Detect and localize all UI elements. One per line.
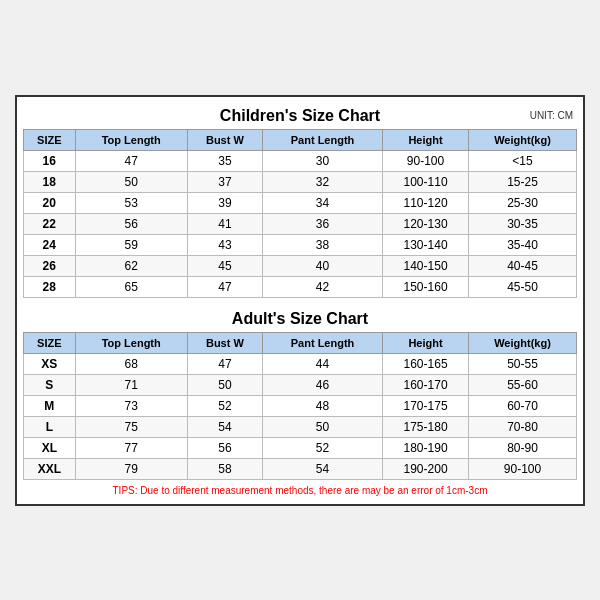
table-cell: 45-50 bbox=[469, 276, 577, 297]
table-cell: 130-140 bbox=[383, 234, 469, 255]
table-cell: 190-200 bbox=[383, 458, 469, 479]
table-row: XL775652180-19080-90 bbox=[24, 437, 577, 458]
table-row: XS684744160-16550-55 bbox=[24, 353, 577, 374]
table-cell: 35 bbox=[187, 150, 262, 171]
table-cell: 47 bbox=[75, 150, 187, 171]
table-cell: 20 bbox=[24, 192, 76, 213]
table-cell: 30 bbox=[262, 150, 382, 171]
table-cell: 52 bbox=[262, 437, 382, 458]
table-cell: XXL bbox=[24, 458, 76, 479]
table-cell: 68 bbox=[75, 353, 187, 374]
table-cell: 50 bbox=[262, 416, 382, 437]
table-cell: 50 bbox=[75, 171, 187, 192]
table-cell: 46 bbox=[262, 374, 382, 395]
table-cell: 54 bbox=[262, 458, 382, 479]
table-cell: 71 bbox=[75, 374, 187, 395]
tips-row: TIPS: Due to different measurement metho… bbox=[23, 480, 577, 498]
adults-title-row: Adult's Size Chart bbox=[23, 306, 577, 332]
table-cell: 42 bbox=[262, 276, 382, 297]
table-cell: 100-110 bbox=[383, 171, 469, 192]
table-cell: 36 bbox=[262, 213, 382, 234]
table-cell: M bbox=[24, 395, 76, 416]
table-cell: 120-130 bbox=[383, 213, 469, 234]
adults-header-row: SIZE Top Length Bust W Pant Length Heigh… bbox=[24, 332, 577, 353]
table-cell: S bbox=[24, 374, 76, 395]
table-cell: 170-175 bbox=[383, 395, 469, 416]
children-col-pant-length: Pant Length bbox=[262, 129, 382, 150]
table-cell: 45 bbox=[187, 255, 262, 276]
children-col-top-length: Top Length bbox=[75, 129, 187, 150]
table-row: 20533934110-12025-30 bbox=[24, 192, 577, 213]
adults-title: Adult's Size Chart bbox=[232, 310, 368, 328]
table-cell: 40 bbox=[262, 255, 382, 276]
children-title-row: Children's Size Chart UNIT: CM bbox=[23, 103, 577, 129]
table-cell: 54 bbox=[187, 416, 262, 437]
table-cell: 50-55 bbox=[469, 353, 577, 374]
table-cell: 43 bbox=[187, 234, 262, 255]
children-col-bust-w: Bust W bbox=[187, 129, 262, 150]
table-row: L755450175-18070-80 bbox=[24, 416, 577, 437]
table-cell: 80-90 bbox=[469, 437, 577, 458]
table-cell: 90-100 bbox=[383, 150, 469, 171]
adults-col-height: Height bbox=[383, 332, 469, 353]
table-cell: 34 bbox=[262, 192, 382, 213]
adults-col-bust-w: Bust W bbox=[187, 332, 262, 353]
table-cell: 58 bbox=[187, 458, 262, 479]
table-row: 28654742150-16045-50 bbox=[24, 276, 577, 297]
table-cell: 40-45 bbox=[469, 255, 577, 276]
table-row: 26624540140-15040-45 bbox=[24, 255, 577, 276]
table-cell: 79 bbox=[75, 458, 187, 479]
table-cell: 35-40 bbox=[469, 234, 577, 255]
children-col-height: Height bbox=[383, 129, 469, 150]
children-col-size: SIZE bbox=[24, 129, 76, 150]
table-cell: 26 bbox=[24, 255, 76, 276]
table-cell: 38 bbox=[262, 234, 382, 255]
table-cell: 70-80 bbox=[469, 416, 577, 437]
chart-container: Children's Size Chart UNIT: CM SIZE Top … bbox=[15, 95, 585, 506]
table-cell: 150-160 bbox=[383, 276, 469, 297]
table-cell: XL bbox=[24, 437, 76, 458]
table-cell: 37 bbox=[187, 171, 262, 192]
children-title: Children's Size Chart bbox=[220, 107, 380, 125]
adults-col-pant-length: Pant Length bbox=[262, 332, 382, 353]
table-cell: 50 bbox=[187, 374, 262, 395]
table-cell: 24 bbox=[24, 234, 76, 255]
table-cell: 25-30 bbox=[469, 192, 577, 213]
table-row: 22564136120-13030-35 bbox=[24, 213, 577, 234]
table-cell: 15-25 bbox=[469, 171, 577, 192]
table-cell: 59 bbox=[75, 234, 187, 255]
table-cell: 41 bbox=[187, 213, 262, 234]
table-row: M735248170-17560-70 bbox=[24, 395, 577, 416]
table-cell: 53 bbox=[75, 192, 187, 213]
adults-col-top-length: Top Length bbox=[75, 332, 187, 353]
table-row: 24594338130-14035-40 bbox=[24, 234, 577, 255]
table-cell: 73 bbox=[75, 395, 187, 416]
table-cell: 47 bbox=[187, 353, 262, 374]
table-cell: 16 bbox=[24, 150, 76, 171]
table-cell: 39 bbox=[187, 192, 262, 213]
table-cell: 62 bbox=[75, 255, 187, 276]
table-cell: 180-190 bbox=[383, 437, 469, 458]
table-cell: 90-100 bbox=[469, 458, 577, 479]
table-cell: 160-165 bbox=[383, 353, 469, 374]
table-row: XXL795854190-20090-100 bbox=[24, 458, 577, 479]
table-cell: 32 bbox=[262, 171, 382, 192]
table-cell: 140-150 bbox=[383, 255, 469, 276]
children-table: SIZE Top Length Bust W Pant Length Heigh… bbox=[23, 129, 577, 298]
table-row: 1647353090-100<15 bbox=[24, 150, 577, 171]
unit-label: UNIT: CM bbox=[530, 110, 573, 121]
adults-table: SIZE Top Length Bust W Pant Length Heigh… bbox=[23, 332, 577, 480]
table-cell: 75 bbox=[75, 416, 187, 437]
table-cell: 110-120 bbox=[383, 192, 469, 213]
table-cell: 65 bbox=[75, 276, 187, 297]
children-header-row: SIZE Top Length Bust W Pant Length Heigh… bbox=[24, 129, 577, 150]
table-cell: 60-70 bbox=[469, 395, 577, 416]
table-row: 18503732100-11015-25 bbox=[24, 171, 577, 192]
adults-col-weight: Weight(kg) bbox=[469, 332, 577, 353]
table-cell: 22 bbox=[24, 213, 76, 234]
table-cell: 48 bbox=[262, 395, 382, 416]
table-cell: 56 bbox=[187, 437, 262, 458]
adults-col-size: SIZE bbox=[24, 332, 76, 353]
table-cell: 30-35 bbox=[469, 213, 577, 234]
table-cell: 52 bbox=[187, 395, 262, 416]
